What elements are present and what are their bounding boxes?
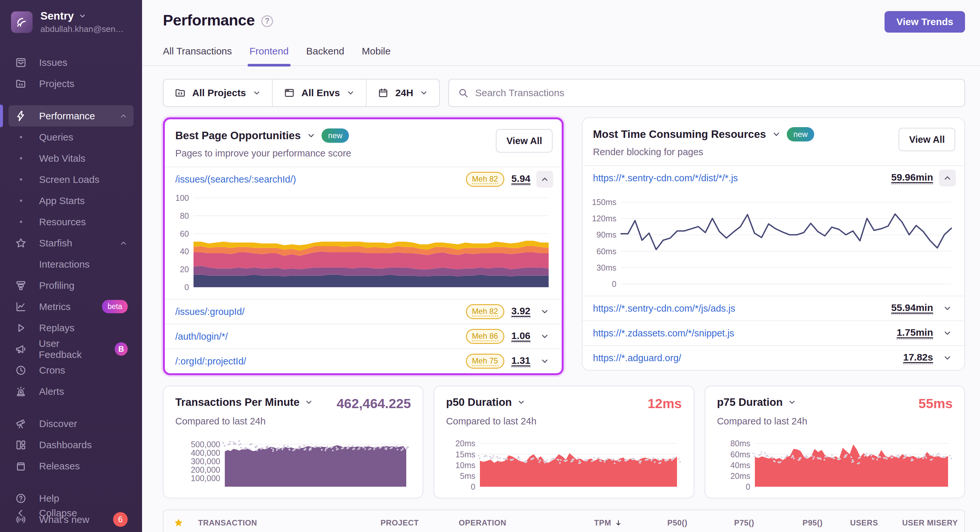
megaphone-icon — [14, 343, 28, 355]
bullet-icon — [14, 178, 28, 181]
project-filter-label: All Projects — [192, 88, 246, 99]
sidebar-item-alerts[interactable]: Alerts — [8, 381, 134, 402]
tab-backend[interactable]: Backend — [306, 46, 344, 65]
resource-link[interactable]: https://*.zdassets.com/*/snippet.js — [593, 328, 897, 339]
card-value: 462,464.225 — [337, 396, 411, 411]
chevron-down-icon[interactable] — [305, 398, 313, 406]
chevron-down-icon[interactable] — [772, 130, 781, 139]
resource-value[interactable]: 55.94min — [891, 302, 933, 315]
tab-all-transactions[interactable]: All Transactions — [163, 46, 232, 65]
opportunity-value[interactable]: 3.92 — [512, 306, 530, 318]
col-project[interactable]: PROJECT — [376, 518, 454, 527]
tab-bar: All Transactions Frontend Backend Mobile — [163, 46, 980, 65]
star-column-header[interactable] — [164, 518, 194, 528]
main-content: Performance ? View Trends All Transactio… — [142, 0, 980, 532]
chevron-down-icon[interactable] — [307, 131, 316, 140]
col-operation[interactable]: OPERATION — [454, 518, 562, 527]
expand-row-button[interactable] — [939, 300, 956, 317]
col-transaction[interactable]: TRANSACTION — [194, 518, 376, 527]
sidebar-item-crons[interactable]: Crons — [8, 360, 134, 381]
tab-mobile[interactable]: Mobile — [362, 46, 391, 65]
search-input[interactable] — [475, 88, 955, 99]
view-all-button[interactable]: View All — [496, 129, 552, 153]
resource-value[interactable]: 1.75min — [897, 327, 933, 340]
sidebar-item-discover[interactable]: Discover — [8, 413, 134, 434]
expand-row-button[interactable] — [939, 349, 956, 366]
col-p75[interactable]: P75() — [692, 518, 759, 527]
chevron-down-icon[interactable] — [517, 398, 525, 406]
col-user-misery[interactable]: USER MISERY — [883, 518, 963, 527]
sidebar-item-replays[interactable]: Replays — [8, 317, 134, 338]
expand-row-button[interactable] — [536, 303, 553, 320]
svg-text:40: 40 — [180, 247, 189, 256]
sidebar-item-releases[interactable]: Releases — [8, 456, 134, 476]
sidebar-item-interactions[interactable]: Interactions — [8, 253, 134, 275]
sidebar-nav: IssuesProjectsPerformanceQueriesWeb Vita… — [8, 52, 134, 530]
sidebar-item-dashboards[interactable]: Dashboards — [8, 434, 134, 456]
env-filter[interactable]: All Envs — [273, 80, 366, 106]
col-p50[interactable]: P50() — [627, 518, 692, 527]
sidebar-item-web-vitals[interactable]: Web Vitals — [8, 148, 134, 169]
opportunity-row: /issues/(searches/:searchId/) Meh 82 5.9… — [165, 167, 562, 191]
expand-row-button[interactable] — [536, 328, 553, 345]
sidebar-item-profiling[interactable]: Profiling — [8, 275, 134, 296]
resource-link[interactable]: https://*.sentry-cdn.com/*/js/ads.js — [593, 303, 891, 314]
sidebar-item-metrics[interactable]: Metricsbeta — [8, 296, 134, 317]
tab-frontend[interactable]: Frontend — [250, 46, 289, 65]
opportunity-value[interactable]: 1.31 — [512, 355, 530, 368]
sidebar-item-app-starts[interactable]: App Starts — [8, 190, 134, 211]
project-filter[interactable]: All Projects — [164, 80, 273, 106]
sidebar-item-starfish[interactable]: Starfish — [8, 233, 134, 253]
sidebar-item-user-feedback[interactable]: User FeedbackB — [8, 338, 134, 360]
opportunity-value[interactable]: 1.06 — [512, 330, 530, 343]
sidebar-item-resources[interactable]: Resources — [8, 211, 134, 233]
org-name: Sentry — [40, 10, 74, 22]
sidebar-item-projects[interactable]: Projects — [8, 73, 134, 94]
page-link[interactable]: /issues/:groupId/ — [175, 306, 466, 317]
collapse-row-button[interactable] — [939, 169, 956, 186]
chevron-down-icon[interactable] — [788, 398, 796, 406]
search-transactions[interactable] — [448, 79, 965, 107]
opportunity-value[interactable]: 5.94 — [512, 173, 530, 186]
svg-text:60ms: 60ms — [730, 450, 750, 459]
collapse-row-button[interactable] — [536, 171, 553, 188]
sidebar-item-queries[interactable]: Queries — [8, 126, 134, 148]
resource-link[interactable]: https://*.sentry-cdn.com/*/dist/*/*.js — [593, 173, 891, 183]
svg-text:0: 0 — [471, 482, 475, 490]
siren-icon — [14, 385, 28, 397]
date-range-filter[interactable]: 24H — [366, 80, 439, 106]
sidebar-item-label: Crons — [39, 365, 65, 376]
svg-text:30ms: 30ms — [597, 263, 616, 272]
chevron-down-icon — [253, 89, 261, 97]
chevron-down-icon — [78, 12, 86, 20]
expand-row-button[interactable] — [536, 353, 553, 370]
svg-text:100,000: 100,000 — [191, 474, 220, 483]
page-link[interactable]: /:orgId/:projectId/ — [175, 356, 466, 367]
col-users[interactable]: USERS — [827, 518, 883, 527]
chevron-down-icon — [943, 328, 952, 338]
org-switcher[interactable]: Sentry abdullah.khan@sen… — [8, 10, 134, 34]
chevron-down-icon — [943, 354, 952, 363]
sidebar-item-issues[interactable]: Issues — [8, 52, 134, 73]
col-p95[interactable]: P95() — [759, 518, 827, 527]
resource-link[interactable]: https://*.adguard.org/ — [593, 353, 903, 363]
expand-row-button[interactable] — [939, 325, 956, 342]
sidebar-item-performance[interactable]: Performance — [8, 105, 134, 126]
new-badge: new — [787, 127, 814, 142]
view-all-button[interactable]: View All — [899, 128, 955, 151]
svg-text:100: 100 — [175, 194, 189, 202]
sidebar-item-collapse[interactable]: Collapse — [8, 502, 134, 524]
chevron-down-icon — [346, 89, 355, 97]
view-trends-button[interactable]: View Trends — [885, 11, 965, 33]
resource-value[interactable]: 17.82s — [903, 352, 933, 365]
sidebar-item-label: Replays — [39, 322, 74, 333]
page-link[interactable]: /auth/login/*/ — [175, 331, 466, 342]
page-link[interactable]: /issues/(searches/:searchId/) — [175, 174, 466, 185]
col-tpm[interactable]: TPM — [562, 518, 627, 527]
resource-value[interactable]: 59.96min — [891, 172, 933, 185]
help-icon[interactable]: ? — [261, 15, 273, 27]
sidebar-gap — [8, 476, 134, 488]
card-value: 55ms — [918, 396, 953, 411]
sidebar-item-screen-loads[interactable]: Screen Loads — [8, 169, 134, 190]
most-time-consuming-resources-panel: Most Time Consuming Resources new Render… — [582, 117, 965, 371]
